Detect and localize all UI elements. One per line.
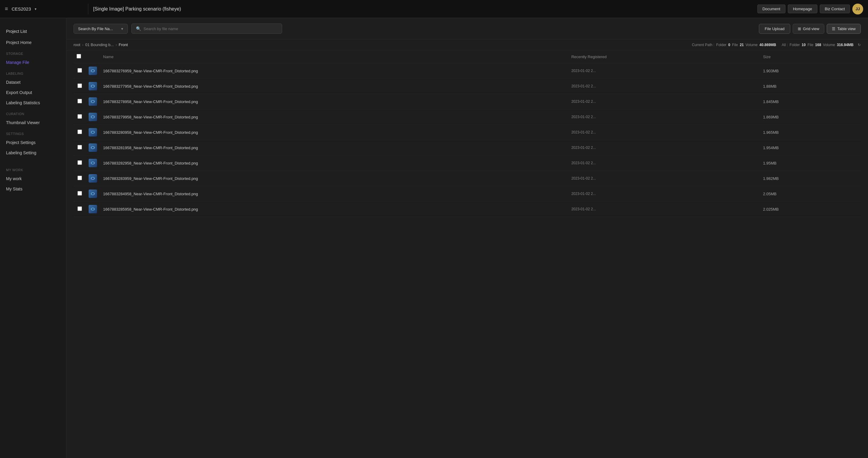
row-date: 2023-01-02 2... <box>568 125 760 140</box>
path-info: Current Path : Folder 0 File 21 Volume 4… <box>692 43 861 47</box>
row-checkbox-cell[interactable] <box>73 186 86 202</box>
volume-value: 40.869MB <box>760 43 776 47</box>
sidebar-section-my-work: My work <box>0 164 66 173</box>
toolbar: Search By File Na... ▾ 🔍 File Upload ⊞ G… <box>66 18 868 39</box>
table-row[interactable]: 1667883277958_Near-View-CMR-Front_Distor… <box>73 79 861 94</box>
document-button[interactable]: Document <box>757 4 785 13</box>
svg-point-5 <box>92 86 93 87</box>
row-checkbox-7[interactable] <box>78 176 82 180</box>
row-date: 2023-01-02 2... <box>568 186 760 202</box>
sidebar-item-export-output[interactable]: Export Output <box>0 87 66 98</box>
row-file-name: 1667883276959_Near-View-CMR-Front_Distor… <box>100 63 568 79</box>
row-date: 2023-01-02 2... <box>568 171 760 186</box>
breadcrumb-root[interactable]: root <box>73 42 80 47</box>
table-row[interactable]: 1667883284958_Near-View-CMR-Front_Distor… <box>73 186 861 202</box>
row-checkbox-4[interactable] <box>78 130 82 134</box>
hamburger-icon[interactable]: ≡ <box>5 6 8 12</box>
table-row[interactable]: 1667883283959_Near-View-CMR-Front_Distor… <box>73 171 861 186</box>
row-checkbox-cell[interactable] <box>73 79 86 94</box>
sidebar-section-curation: Curation <box>0 108 66 118</box>
row-checkbox-cell[interactable] <box>73 94 86 109</box>
row-checkbox-0[interactable] <box>78 68 82 73</box>
row-checkbox-cell[interactable] <box>73 125 86 140</box>
sidebar-item-labeling-setting[interactable]: Labeling Setting <box>0 148 66 158</box>
col-size-header[interactable]: Size <box>760 50 861 63</box>
svg-point-23 <box>92 178 93 179</box>
sidebar-item-my-work[interactable]: My work <box>0 173 66 184</box>
sidebar-item-thumbnail-viewer[interactable]: Thumbnail Viewer <box>0 118 66 128</box>
row-size: 2.05MB <box>760 186 861 202</box>
sidebar-item-manage-file[interactable]: Manage File <box>0 57 66 67</box>
homepage-button[interactable]: Homepage <box>788 4 817 13</box>
row-checkbox-2[interactable] <box>78 99 82 103</box>
topbar-actions: Document Homepage Biz Contact JJ <box>757 4 863 14</box>
row-date: 2023-01-02 2... <box>568 94 760 109</box>
row-checkbox-cell[interactable] <box>73 156 86 171</box>
row-date: 2023-01-02 2... <box>568 63 760 79</box>
sidebar-item-my-stats[interactable]: My Stats <box>0 184 66 194</box>
row-checkbox-5[interactable] <box>78 145 82 150</box>
col-registered-header[interactable]: Recently Registered <box>568 50 760 63</box>
page-title: [Single Image] Parking scenario (fisheye… <box>93 6 752 12</box>
row-date: 2023-01-02 2... <box>568 202 760 217</box>
avatar[interactable]: JJ <box>852 4 863 14</box>
row-checkbox-cell[interactable] <box>73 63 86 79</box>
sidebar-item-project-home[interactable]: Project Home <box>0 37 66 47</box>
row-checkbox-6[interactable] <box>78 160 82 165</box>
vertical-divider <box>88 4 88 14</box>
table-row[interactable]: 1667883276959_Near-View-CMR-Front_Distor… <box>73 63 861 79</box>
sidebar-item-dataset[interactable]: Dataset <box>0 77 66 87</box>
select-all-checkbox[interactable] <box>76 54 81 59</box>
topbar: ≡ CES2023 ▾ [Single Image] Parking scena… <box>0 0 868 18</box>
row-size: 2.025MB <box>760 202 861 217</box>
folder-count: 0 <box>728 43 730 47</box>
row-checkbox-cell[interactable] <box>73 140 86 156</box>
file-upload-button[interactable]: File Upload <box>759 24 790 34</box>
project-name[interactable]: CES2023 <box>12 6 31 11</box>
grid-view-button[interactable]: ⊞ Grid view <box>793 24 824 34</box>
sidebar-item-project-settings[interactable]: Project Settings <box>0 137 66 148</box>
table-row[interactable]: 1667883285958_Near-View-CMR-Front_Distor… <box>73 202 861 217</box>
search-input[interactable] <box>144 27 278 31</box>
row-file-name: 1667883282958_Near-View-CMR-Front_Distor… <box>100 156 568 171</box>
row-size: 1.982MB <box>760 171 861 186</box>
row-checkbox-9[interactable] <box>78 206 82 211</box>
search-icon: 🔍 <box>136 26 141 31</box>
row-icon-cell <box>86 156 100 171</box>
refresh-icon[interactable]: ↻ <box>858 43 861 47</box>
search-input-wrap: 🔍 <box>131 24 282 34</box>
table-view-label: Table view <box>837 27 856 31</box>
file-icon <box>89 174 97 183</box>
file-icon <box>89 205 97 213</box>
col-name-header[interactable]: Name <box>100 50 568 63</box>
row-checkbox-3[interactable] <box>78 114 82 119</box>
row-icon-cell <box>86 171 100 186</box>
table-row[interactable]: 1667883279958_Near-View-CMR-Front_Distor… <box>73 109 861 125</box>
svg-point-11 <box>92 116 93 118</box>
volume-label: Volume <box>746 43 758 47</box>
sidebar-section-labeling: Labeling <box>0 67 66 77</box>
sidebar-item-project-list[interactable]: Project List <box>0 24 66 37</box>
svg-point-29 <box>92 208 93 210</box>
chevron-down-icon[interactable]: ▾ <box>35 7 36 11</box>
breadcrumb-sep-1: › <box>82 42 83 47</box>
table-row[interactable]: 1667883280958_Near-View-CMR-Front_Distor… <box>73 125 861 140</box>
row-size: 1.954MB <box>760 140 861 156</box>
filter-caret-icon: ▾ <box>121 27 123 31</box>
biz-contact-button[interactable]: Biz Contact <box>820 4 850 13</box>
table-view-button[interactable]: ☰ Table view <box>827 24 861 34</box>
svg-point-20 <box>92 162 93 164</box>
row-checkbox-cell[interactable] <box>73 202 86 217</box>
row-checkbox-cell[interactable] <box>73 109 86 125</box>
sidebar-item-labeling-statistics[interactable]: Labeling Statistics <box>0 98 66 108</box>
table-row[interactable]: 1667883282958_Near-View-CMR-Front_Distor… <box>73 156 861 171</box>
search-filter-button[interactable]: Search By File Na... ▾ <box>73 24 128 34</box>
row-checkbox-1[interactable] <box>78 84 82 88</box>
all-file-label: File <box>807 43 813 47</box>
table-row[interactable]: 1667883278958_Near-View-CMR-Front_Distor… <box>73 94 861 109</box>
table-row[interactable]: 1667883281958_Near-View-CMR-Front_Distor… <box>73 140 861 156</box>
row-checkbox-8[interactable] <box>78 191 82 196</box>
row-checkbox-cell[interactable] <box>73 171 86 186</box>
file-icon <box>89 128 97 136</box>
breadcrumb-path1[interactable]: 01 Bounding b... <box>85 42 114 47</box>
